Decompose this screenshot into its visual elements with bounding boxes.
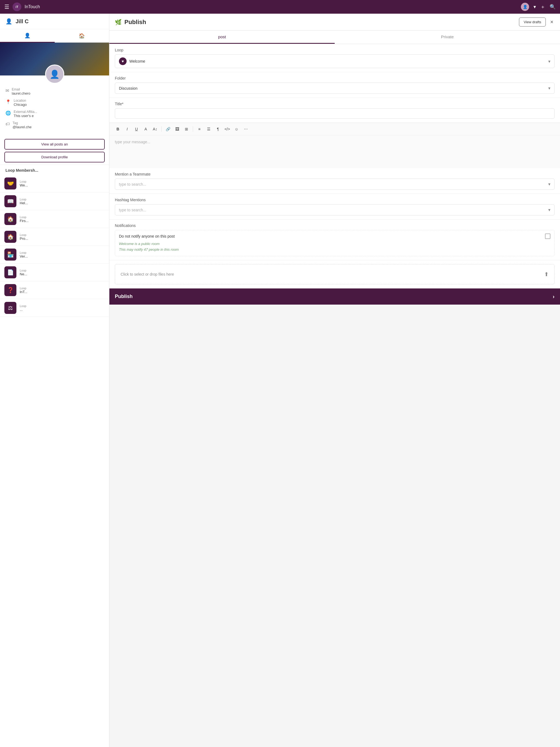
bold-button[interactable]: B [114,125,122,133]
loop-item-icon: 📖 [4,195,17,207]
underline-button[interactable]: U [132,125,141,133]
loop-item-info: Loop Firs... [20,215,105,223]
paragraph-button[interactable]: ¶ [214,125,222,133]
leaf-icon: 🌿 [115,19,122,25]
file-section: Click to select or drop files here ⬆ [109,260,560,288]
mention-label: Mention a Teammate [115,172,555,176]
nav-caret-icon[interactable]: ▾ [533,4,536,10]
profile-person-icon: 👤 [5,18,12,25]
profile-tag-row: 🏷 Tag @laurel.che [5,121,104,129]
profile-header: 👤 Jill C [0,14,109,29]
loop-item-label: Loop [20,233,105,236]
tab-profile-person[interactable]: 👤 [0,29,55,43]
title-field-label: Title* [115,102,555,106]
list-item[interactable]: ⚖ Loop ... [0,299,109,317]
title-input[interactable] [115,108,555,119]
folder-field-label: Folder [115,76,555,80]
folder-chevron-icon: ▾ [548,85,551,91]
loop-chevron-icon: ▾ [548,59,551,64]
profile-panel: 👤 Jill C 👤 🏠 👤 ✉ Email laurel.chero 📍 [0,14,109,747]
mention-chevron-icon: ▾ [548,182,551,187]
list-item[interactable]: 🤝 Loop We... [0,175,109,192]
loop-item-icon: ❓ [4,284,17,296]
tag-icon: 🏷 [5,122,10,127]
nav-actions: 👤 ▾ ＋ 🔍 [521,3,556,11]
list-item[interactable]: 📖 Loop Hel... [0,192,109,210]
list-item[interactable]: 🏪 Loop Ver... [0,246,109,264]
publish-topbar-right: View drafts × [519,18,555,27]
search-button[interactable]: 🔍 [550,4,556,10]
loop-select-icon: ♥ [119,57,127,65]
loop-item-icon: 🏪 [4,249,17,261]
list-item[interactable]: 🏠 Loop Pro... [0,228,109,246]
avatar: 👤 [45,65,64,84]
profile-affiliation-row: 🌐 External Affilia... This user's e [5,110,104,118]
more-button[interactable]: ⊞ [182,125,190,133]
profile-tabs: 👤 🏠 [0,29,109,43]
view-drafts-button[interactable]: View drafts [519,18,546,27]
notifications-section: Notifications Do not notify anyone on th… [109,220,560,260]
tab-profile-home[interactable]: 🏠 [55,29,109,42]
loop-item-label: Loop [20,287,105,290]
loop-item-icon: 🏠 [4,231,17,243]
loop-item-name: Ver... [20,254,105,258]
tag-label: Tag [12,121,32,125]
notification-checkbox[interactable] [545,233,551,239]
list-item[interactable]: 📄 Loop Ne... [0,264,109,281]
loop-item-icon: 🏠 [4,213,17,225]
tab-private[interactable]: Private [335,31,560,44]
email-label: Email [12,87,30,91]
user-avatar[interactable]: 👤 [521,3,529,11]
profile-name: Jill C [16,18,29,25]
list-item[interactable]: 🏠 Loop Firs... [0,210,109,228]
image-button[interactable]: 🖼 [173,125,181,133]
view-all-posts-button[interactable]: View all posts an [4,139,105,150]
unordered-list-button[interactable]: ☰ [205,125,213,133]
strikethrough-button[interactable]: A [142,125,150,133]
font-size-button[interactable]: A↕ [151,125,159,133]
loop-item-info: Loop InT... [20,287,105,294]
upload-icon: ⬆ [544,271,549,278]
affiliation-label: External Affilia... [14,110,37,114]
notification-subtext: Welcome is a public room This may notify… [119,241,551,253]
add-button[interactable]: ＋ [540,4,545,10]
folder-section: Folder Discussion ▾ [109,72,560,98]
hashtag-chevron-icon: ▾ [548,207,551,212]
hashtag-search[interactable]: type to search... ▾ [115,204,555,215]
file-drop-area[interactable]: Click to select or drop files here ⬆ [115,264,555,284]
notification-notify-count: This may notify 47 people in this room [119,247,551,253]
ordered-list-button[interactable]: ≡ [195,125,203,133]
loop-item-info: Loop Hel... [20,198,105,205]
loop-item-info: Loop ... [20,304,105,312]
loop-item-label: Loop [20,198,105,201]
italic-button[interactable]: I [123,125,131,133]
folder-select[interactable]: Discussion ▾ [115,83,555,94]
loop-select[interactable]: ♥ Welcome ▾ [115,54,555,68]
mention-search[interactable]: type to search... ▾ [115,179,555,190]
publish-button[interactable]: Publish › [109,288,560,305]
folder-select-value: Discussion [119,86,137,91]
publish-topbar-left: 🌿 Publish [115,19,146,26]
editor-area[interactable]: type your message... [109,135,560,168]
emoji-button[interactable]: ☺ [232,125,240,133]
location-label: Location [14,99,27,103]
tag-value: @laurel.che [12,125,32,129]
hamburger-menu-button[interactable]: ☰ [4,4,9,10]
extra-button[interactable]: ⋯ [242,125,250,133]
loop-item-label: Loop [20,251,105,254]
download-profile-button[interactable]: Download profile [4,152,105,162]
hashtag-placeholder: type to search... [119,208,146,212]
tab-post[interactable]: post [109,31,335,44]
publish-panel: 🌿 Publish View drafts × post Private Loo… [109,14,560,747]
loop-item-name: ... [20,308,105,312]
list-item[interactable]: ❓ Loop InT... [0,281,109,299]
close-button[interactable]: × [549,18,555,26]
loop-item-name: We... [20,183,105,187]
link-button[interactable]: 🔗 [164,125,172,133]
loop-item-icon: 🤝 [4,177,17,189]
loop-item-icon: ⚖ [4,302,17,314]
loop-item-label: Loop [20,269,105,272]
profile-cover-image: 👤 [0,43,109,75]
code-button[interactable]: </> [223,125,231,133]
notification-checkbox-row: Do not notify anyone on this post [119,233,551,239]
